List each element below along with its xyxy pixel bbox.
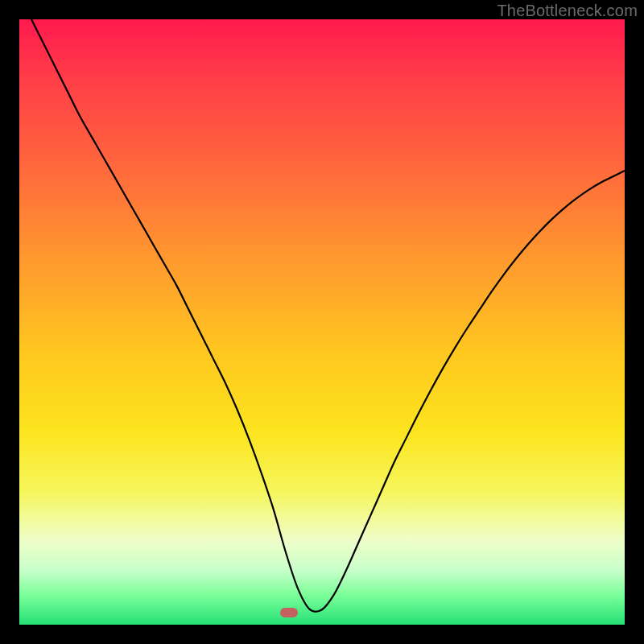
curve-path	[31, 19, 625, 612]
chart-frame: TheBottleneck.com	[0, 0, 644, 644]
bottleneck-curve	[19, 19, 625, 625]
chart-plot-area	[19, 19, 625, 625]
watermark-text: TheBottleneck.com	[497, 2, 638, 20]
bottleneck-marker	[280, 608, 298, 617]
